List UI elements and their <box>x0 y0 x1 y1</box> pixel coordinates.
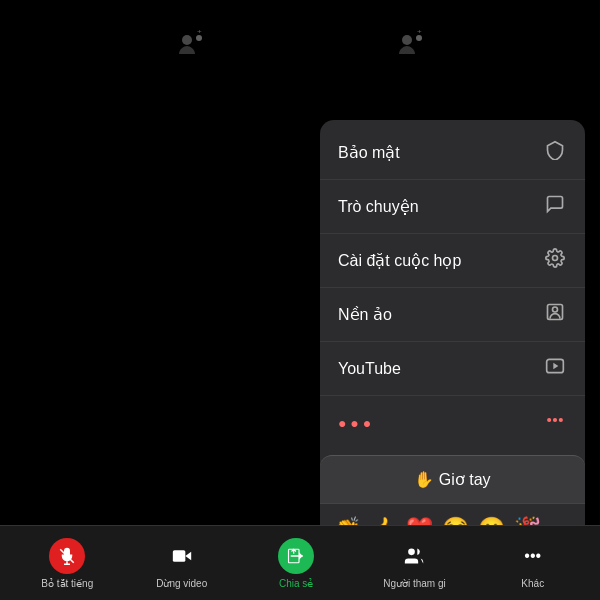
svg-point-11 <box>548 419 551 422</box>
more-label: ● ● ● <box>338 415 371 431</box>
menu-item-background[interactable]: Nền ảo <box>320 288 585 342</box>
svg-point-0 <box>182 35 192 45</box>
toolbar-share[interactable]: Chia sẻ <box>269 538 324 589</box>
participant-icon-left: + <box>175 30 205 67</box>
svg-point-22 <box>409 548 416 555</box>
menu-item-more[interactable]: ● ● ● <box>320 396 585 449</box>
svg-point-8 <box>553 307 558 312</box>
share-label: Chia sẻ <box>279 578 313 589</box>
background-label: Nền ảo <box>338 305 392 324</box>
ellipsis-icon <box>543 410 567 435</box>
toolbar-mute[interactable]: Bỏ tắt tiếng <box>40 538 95 589</box>
more-dots-icon: ••• <box>515 538 551 574</box>
settings-icon <box>543 248 567 273</box>
participant-icons: + + <box>0 30 600 67</box>
chat-icon <box>543 194 567 219</box>
svg-point-6 <box>553 256 558 261</box>
play-icon <box>543 356 567 381</box>
raise-hand-text: ✋ Giơ tay <box>414 471 490 488</box>
svg-text:+: + <box>417 30 422 36</box>
participant-icon-right: + <box>395 30 425 67</box>
chat-label: Trò chuyện <box>338 197 419 216</box>
toolbar-participants[interactable]: Người tham gi <box>383 538 446 589</box>
security-label: Bảo mật <box>338 143 400 162</box>
svg-text:+: + <box>197 30 202 36</box>
more-label: Khác <box>521 578 544 589</box>
menu-items-list: Bảo mật Trò chuyện Cài đặt cuộc họp <box>320 120 585 455</box>
person-crop-icon <box>543 302 567 327</box>
svg-point-13 <box>560 419 563 422</box>
toolbar-more[interactable]: ••• Khác <box>505 538 560 589</box>
menu-item-settings[interactable]: Cài đặt cuộc họp <box>320 234 585 288</box>
toolbar-video[interactable]: Dừng video <box>154 538 209 589</box>
video-label: Dừng video <box>156 578 207 589</box>
svg-point-12 <box>554 419 557 422</box>
shield-icon <box>543 140 567 165</box>
svg-marker-17 <box>185 551 191 559</box>
mute-icon <box>49 538 85 574</box>
video-icon <box>164 538 200 574</box>
mute-label: Bỏ tắt tiếng <box>41 578 93 589</box>
youtube-label: YouTube <box>338 360 401 378</box>
participants-label: Người tham gi <box>383 578 446 589</box>
menu-item-security[interactable]: Bảo mật <box>320 126 585 180</box>
bottom-toolbar: Bỏ tắt tiếng Dừng video Chia sẻ <box>0 525 600 600</box>
svg-rect-18 <box>173 550 186 562</box>
raise-hand-button[interactable]: ✋ Giơ tay <box>320 455 585 503</box>
share-icon <box>278 538 314 574</box>
svg-marker-10 <box>553 363 558 370</box>
menu-item-chat[interactable]: Trò chuyện <box>320 180 585 234</box>
participants-icon <box>396 538 432 574</box>
settings-label: Cài đặt cuộc họp <box>338 251 461 270</box>
svg-point-3 <box>402 35 412 45</box>
menu-item-youtube[interactable]: YouTube <box>320 342 585 396</box>
